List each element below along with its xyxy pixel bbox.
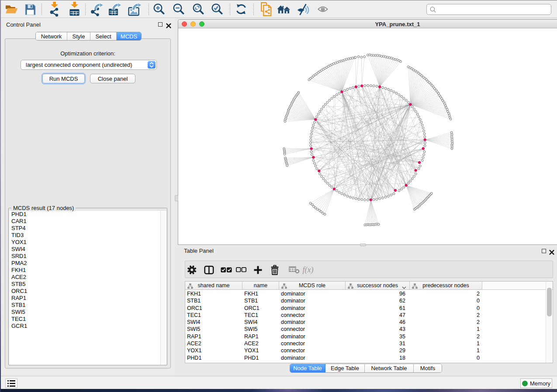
zoom-out-button[interactable] <box>170 2 187 18</box>
save-session-button[interactable] <box>22 2 38 18</box>
table-cell: STB1 <box>185 297 242 304</box>
search-input[interactable] <box>438 6 551 13</box>
memory-button[interactable]: Memory <box>520 378 552 388</box>
column-header-predecessor-nodes[interactable]: predecessor nodes <box>410 282 482 289</box>
control-panel-float-button[interactable] <box>158 22 163 27</box>
table-cell: SWI5 <box>185 326 242 333</box>
mcds-result-item[interactable]: STP4 <box>9 225 161 232</box>
table-cell: connector <box>279 326 346 333</box>
mcds-result-item[interactable]: SWI4 <box>9 246 161 253</box>
export-image-button[interactable] <box>126 2 143 18</box>
delete-column-button[interactable] <box>268 261 281 279</box>
control-panel-tab-style[interactable]: Style <box>67 32 90 40</box>
table-row[interactable]: RAP1RAP1dominator352 <box>185 333 545 340</box>
minimize-traffic-light[interactable] <box>190 21 196 27</box>
close-panel-button[interactable]: Close panel <box>90 74 135 83</box>
show-hidden-button[interactable] <box>315 2 331 18</box>
column-header-MCDS-role[interactable]: MCDS role <box>279 282 346 289</box>
table-tab-edge-table[interactable]: Edge Table <box>325 364 365 372</box>
table-row[interactable]: YOX1YOX1connector291 <box>185 347 545 354</box>
import-table-button[interactable] <box>66 2 83 18</box>
table-cell: TEC1 <box>185 312 242 319</box>
mcds-result-item[interactable]: SWI5 <box>9 309 161 316</box>
import-network-button[interactable] <box>46 2 62 18</box>
table-row[interactable]: SWI5SWI5connector431 <box>185 326 545 333</box>
search-box[interactable] <box>426 4 551 15</box>
clone-network-button[interactable] <box>258 2 274 18</box>
column-layout-button[interactable] <box>202 261 215 279</box>
criterion-select[interactable]: largest connected component (undirected) <box>21 60 157 70</box>
table-row[interactable]: STB1STB1dominator620 <box>185 297 545 304</box>
run-mcds-button[interactable]: Run MCDS <box>42 74 85 83</box>
network-view-titlebar[interactable]: YPA_prune.txt_1 <box>178 20 557 28</box>
deselect-all-button[interactable] <box>235 261 248 279</box>
panel-menu-button[interactable] <box>5 378 17 388</box>
table-panel-close-button[interactable] <box>549 249 554 254</box>
refresh-button[interactable] <box>233 2 249 18</box>
table-row[interactable]: ACE2ACE2connector311 <box>185 340 545 347</box>
mcds-result-item[interactable]: SRD1 <box>9 253 161 260</box>
control-panel-tab-select[interactable]: Select <box>90 32 117 40</box>
first-neighbors-button[interactable] <box>276 2 292 18</box>
export-network-button[interactable] <box>89 2 105 18</box>
table-cell: SWI4 <box>242 319 279 326</box>
node-table-scrollbar[interactable] <box>546 282 552 363</box>
mcds-result-item[interactable]: RAP1 <box>9 295 161 302</box>
main-toolbar <box>1 0 557 18</box>
control-panel-tab-network[interactable]: Network <box>36 32 67 40</box>
table-cell: SWI4 <box>185 319 242 326</box>
zoom-selected-button[interactable] <box>209 2 225 18</box>
zoom-fit-button[interactable] <box>190 2 207 18</box>
control-panel-close-button[interactable] <box>166 22 171 27</box>
mcds-result-item[interactable]: YOX1 <box>9 239 161 246</box>
close-traffic-light[interactable] <box>182 21 187 27</box>
mcds-result-item[interactable]: TEC1 <box>9 316 161 323</box>
maximize-traffic-light[interactable] <box>199 21 204 27</box>
table-tab-network-table[interactable]: Network Table <box>365 364 414 372</box>
table-cell: dominator <box>279 297 346 304</box>
table-tab-node-table[interactable]: Node Table <box>290 364 325 372</box>
node-table-scrollbar-thumb[interactable] <box>547 288 552 316</box>
table-cell: 46 <box>346 319 410 326</box>
table-cell: SWI5 <box>242 326 279 333</box>
table-row[interactable]: FKH1FKH1dominator962 <box>185 290 545 297</box>
table-row[interactable]: TEC1TEC1connector472 <box>185 312 545 319</box>
table-row[interactable]: ORC1ORC1dominator610 <box>185 305 545 312</box>
table-tab-motifs[interactable]: Motifs <box>414 364 442 372</box>
add-column-button[interactable] <box>251 261 264 279</box>
mcds-result-item[interactable]: PHD1 <box>9 211 161 218</box>
vertical-splitter-handle[interactable] <box>175 195 178 201</box>
mcds-result-item[interactable]: CAR1 <box>9 218 161 225</box>
table-cell: 2 <box>410 333 482 340</box>
column-header-shared-name[interactable]: shared name <box>185 282 242 289</box>
column-header-name[interactable]: name <box>242 282 279 289</box>
table-row[interactable]: SWI4SWI4dominator462 <box>185 319 545 326</box>
zoom-in-button[interactable] <box>151 2 167 18</box>
mcds-result-item[interactable]: PMA2 <box>9 260 161 267</box>
mcds-result-item[interactable]: STB1 <box>9 302 161 309</box>
table-cell: 29 <box>346 347 410 354</box>
table-panel-float-button[interactable] <box>542 249 546 253</box>
network-canvas[interactable] <box>178 29 557 245</box>
control-panel-tab-mcds[interactable]: MCDS <box>117 32 141 40</box>
criterion-select-stepper <box>148 61 156 69</box>
table-cell: 0 <box>410 354 482 361</box>
mcds-result-scrollbar[interactable] <box>160 211 166 365</box>
table-cell: 96 <box>346 290 410 297</box>
mcds-result-item[interactable]: TID3 <box>9 232 161 239</box>
table-cell: 0 <box>410 305 482 312</box>
open-session-button[interactable] <box>3 2 20 18</box>
table-settings-button[interactable] <box>185 261 198 279</box>
zoom-out-icon <box>173 3 185 17</box>
mcds-result-item[interactable]: ORC1 <box>9 288 161 295</box>
export-table-button[interactable] <box>107 2 123 18</box>
hide-selected-button[interactable] <box>295 2 312 18</box>
table-cell: 1 <box>410 347 482 354</box>
mcds-result-item[interactable]: GCR1 <box>9 323 161 330</box>
select-all-button[interactable] <box>220 261 233 279</box>
column-header-successor-nodes[interactable]: successor nodes <box>346 282 410 289</box>
mcds-result-item[interactable]: STB5 <box>9 281 161 288</box>
table-row[interactable]: PHD1PHD1dominator180 <box>185 354 545 361</box>
mcds-result-item[interactable]: FKH1 <box>9 267 161 274</box>
mcds-result-item[interactable]: ACE2 <box>9 274 161 281</box>
